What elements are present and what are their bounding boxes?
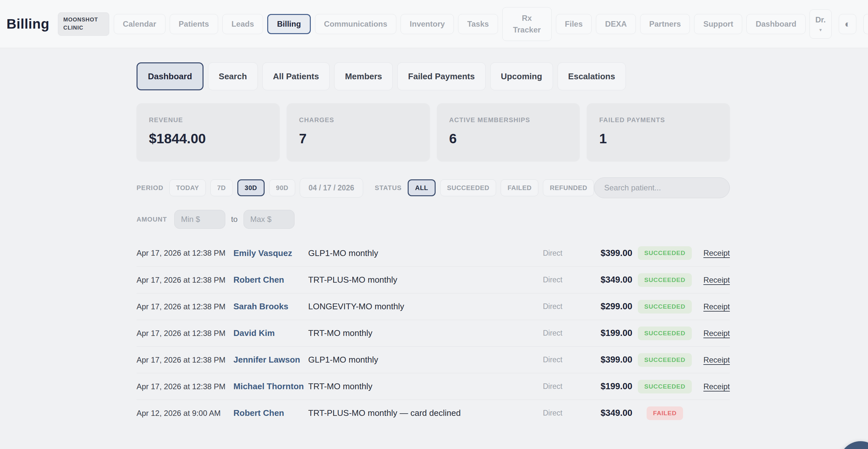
tab-dashboard[interactable]: Dashboard	[136, 62, 204, 90]
nav-item-rx-tracker[interactable]: Rx Tracker	[502, 7, 552, 41]
nav-item-calendar[interactable]: Calendar	[114, 14, 165, 34]
page-title: Billing	[6, 16, 50, 32]
search-input[interactable]	[604, 183, 720, 192]
status-label: STATUS	[375, 184, 402, 192]
stat-value: 1	[599, 131, 717, 147]
min-amount-input[interactable]	[174, 210, 225, 229]
tab-upcoming[interactable]: Upcoming	[490, 62, 553, 90]
status-badge: FAILED	[647, 407, 683, 420]
transaction-date: Apr 17, 2026 at 12:38 PM	[136, 382, 234, 391]
status-badge: SUCCEEDED	[638, 380, 692, 393]
main-nav: Calendar Patients Leads Billing Communic…	[114, 7, 806, 41]
clinic-switcher-button[interactable]: MOONSHOT CLINIC	[58, 12, 109, 36]
period-label: PERIOD	[136, 184, 163, 192]
tab-escalations[interactable]: Escalations	[558, 62, 626, 90]
transaction-date: Apr 17, 2026 at 12:38 PM	[136, 329, 234, 338]
half-circle-icon: ◐	[845, 19, 850, 30]
period-90d-button[interactable]: 90D	[269, 179, 295, 196]
user-menu-button[interactable]: Dr. ▾	[809, 9, 832, 39]
period-30d-button[interactable]: 30D	[237, 179, 265, 196]
patient-link[interactable]: Jennifer Lawson	[234, 355, 308, 365]
floating-action-button[interactable]	[839, 441, 868, 449]
receipt-link[interactable]: Receipt	[704, 355, 730, 364]
status-badge: SUCCEEDED	[638, 273, 692, 287]
status-succeeded-button[interactable]: SUCCEEDED	[440, 179, 496, 196]
receipt-link[interactable]: Receipt	[704, 249, 730, 257]
stat-label: CHARGES	[299, 116, 417, 124]
nav-item-files[interactable]: Files	[556, 14, 592, 34]
to-label: to	[231, 215, 238, 224]
nav-item-partners[interactable]: Partners	[640, 14, 690, 34]
stats-cards: REVENUE $1844.00 CHARGES 7 ACTIVE MEMBER…	[136, 103, 730, 161]
header-right-group: Dr. ▾ ◐	[809, 9, 868, 39]
period-7d-button[interactable]: 7D	[210, 179, 233, 196]
nav-item-dashboard[interactable]: Dashboard	[746, 14, 805, 34]
patient-link[interactable]: Sarah Brooks	[234, 301, 308, 312]
transaction-description: TRT-MO monthly	[308, 328, 527, 338]
transaction-description: GLP1-MO monthly	[308, 355, 527, 365]
status-failed-button[interactable]: FAILED	[501, 179, 538, 196]
transaction-date: Apr 17, 2026 at 12:38 PM	[136, 355, 234, 364]
transaction-amount: $299.00	[562, 301, 632, 312]
payment-method: Direct	[527, 382, 562, 391]
payment-method: Direct	[527, 302, 562, 311]
nav-item-tasks[interactable]: Tasks	[458, 14, 498, 34]
nav-item-patients[interactable]: Patients	[170, 14, 218, 34]
status-badge: SUCCEEDED	[638, 326, 692, 340]
tab-all-patients[interactable]: All Patients	[262, 62, 330, 90]
nav-item-inventory[interactable]: Inventory	[401, 14, 454, 34]
stat-value: $1844.00	[149, 131, 267, 147]
period-today-button[interactable]: TODAY	[169, 179, 206, 196]
patient-link[interactable]: David Kim	[234, 328, 308, 338]
payment-method: Direct	[527, 329, 562, 338]
edge-partial-button[interactable]	[863, 14, 868, 34]
tab-failed-payments[interactable]: Failed Payments	[397, 62, 485, 90]
receipt-link[interactable]: Receipt	[704, 382, 730, 391]
stat-card-active-memberships: ACTIVE MEMBERSHIPS 6	[437, 103, 580, 161]
table-row: Apr 17, 2026 at 12:38 PM Robert Chen TRT…	[136, 266, 730, 293]
table-row: Apr 17, 2026 at 12:38 PM David Kim TRT-M…	[136, 320, 730, 346]
date-input[interactable]: 04 / 17 / 2026	[300, 178, 363, 197]
tab-search[interactable]: Search	[208, 62, 258, 90]
nav-item-support[interactable]: Support	[694, 14, 742, 34]
status-badge: SUCCEEDED	[638, 353, 692, 367]
transaction-description: TRT-PLUS-MO monthly — card declined	[308, 408, 527, 418]
billing-dashboard: Dashboard Search All Patients Members Fa…	[136, 62, 730, 426]
nav-item-dexa[interactable]: DEXA	[596, 14, 636, 34]
receipt-link[interactable]: Receipt	[704, 302, 730, 311]
stat-card-charges: CHARGES 7	[287, 103, 430, 161]
amount-label: AMOUNT	[136, 216, 167, 223]
status-refunded-button[interactable]: REFUNDED	[543, 179, 594, 196]
patient-link[interactable]: Robert Chen	[234, 275, 308, 285]
nav-item-communications[interactable]: Communications	[315, 14, 397, 34]
transaction-description: GLP1-MO monthly	[308, 248, 527, 258]
status-badge: SUCCEEDED	[638, 246, 692, 260]
transactions-table: Apr 17, 2026 at 12:38 PM Emily Vasquez G…	[136, 240, 730, 426]
status-all-button[interactable]: ALL	[408, 179, 436, 196]
transaction-date: Apr 17, 2026 at 12:38 PM	[136, 276, 234, 285]
patient-search-box	[594, 178, 730, 198]
tab-members[interactable]: Members	[334, 62, 393, 90]
patient-link[interactable]: Michael Thornton	[234, 381, 308, 391]
patient-link[interactable]: Robert Chen	[234, 408, 308, 418]
theme-toggle-button[interactable]: ◐	[839, 14, 856, 34]
receipt-link[interactable]: Receipt	[704, 329, 730, 338]
payment-method: Direct	[527, 276, 562, 284]
table-row: Apr 17, 2026 at 12:38 PM Jennifer Lawson…	[136, 346, 730, 373]
payment-method: Direct	[527, 409, 562, 417]
transaction-date: Apr 17, 2026 at 12:38 PM	[136, 249, 234, 258]
receipt-link[interactable]: Receipt	[704, 276, 730, 284]
transaction-amount: $399.00	[562, 248, 632, 258]
table-row: Apr 17, 2026 at 12:38 PM Michael Thornto…	[136, 373, 730, 399]
nav-item-leads[interactable]: Leads	[222, 14, 263, 34]
max-amount-input[interactable]	[244, 210, 294, 229]
patient-link[interactable]: Emily Vasquez	[234, 248, 308, 258]
chevron-down-icon: ▾	[819, 27, 822, 33]
payment-method: Direct	[527, 249, 562, 258]
payment-method: Direct	[527, 355, 562, 364]
stat-value: 7	[299, 131, 417, 147]
amount-filter: AMOUNT to	[136, 210, 730, 229]
table-row: Apr 12, 2026 at 9:00 AM Robert Chen TRT-…	[136, 399, 730, 426]
transaction-date: Apr 17, 2026 at 12:38 PM	[136, 302, 234, 311]
nav-item-billing[interactable]: Billing	[267, 14, 310, 34]
